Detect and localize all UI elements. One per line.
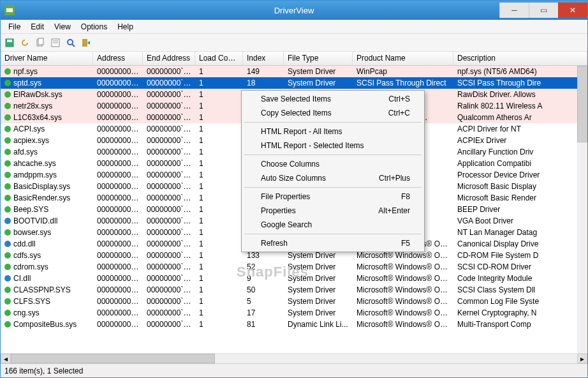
cell-address: 00000000`0... bbox=[93, 78, 143, 88]
cell-load-count: 1 bbox=[195, 216, 243, 226]
cell-description: Microsoft Basic Render bbox=[453, 193, 587, 203]
cell-end-address: 00000000`0... bbox=[143, 193, 195, 203]
cell-description: NT Lan Manager Datag bbox=[453, 227, 587, 238]
menu-separator bbox=[244, 122, 422, 123]
table-row[interactable]: cdrom.sys00000000`0...00000000`0...152Sy… bbox=[1, 261, 587, 273]
context-menu-item[interactable]: Copy Selected ItemsCtrl+C bbox=[243, 106, 423, 120]
table-row[interactable]: CI.dll00000000`0...00000000`0...19System… bbox=[1, 273, 587, 284]
context-menu-item[interactable]: Choose Columns bbox=[243, 157, 423, 171]
cell-file-type: System Driver bbox=[284, 296, 353, 306]
context-menu-item[interactable]: Auto Size ColumnsCtrl+Plus bbox=[243, 171, 423, 185]
col-description[interactable]: Description bbox=[453, 52, 587, 65]
minimize-button[interactable]: ─ bbox=[499, 3, 529, 18]
cell-address: 00000000`0... bbox=[93, 262, 143, 272]
driver-name: afd.sys bbox=[13, 147, 38, 156]
cell-address: 00000000`0... bbox=[93, 239, 143, 249]
table-row[interactable]: CompositeBus.sys00000000`0...00000000`0.… bbox=[1, 319, 587, 330]
menu-item-shortcut: F8 bbox=[401, 192, 410, 201]
cell-end-address: 00000000`0... bbox=[143, 66, 195, 77]
cell-end-address: 00000000`0... bbox=[143, 170, 195, 180]
context-menu: Save Selected ItemsCtrl+SCopy Selected I… bbox=[241, 90, 425, 252]
driver-name: L1C63x64.sys bbox=[13, 113, 62, 122]
table-row[interactable]: cng.sys00000000`0...00000000`0...117Syst… bbox=[1, 307, 587, 319]
menu-edit[interactable]: Edit bbox=[26, 21, 49, 33]
driver-name: cdd.dll bbox=[13, 239, 36, 248]
cell-description: Ancillary Function Driv bbox=[453, 147, 587, 157]
cell-load-count: 1 bbox=[195, 285, 243, 295]
cell-index: 149 bbox=[243, 66, 284, 77]
cell-address: 00000000`0... bbox=[93, 112, 143, 123]
table-row[interactable]: npf.sys00000000`0...00000000`0...1149Sys… bbox=[1, 66, 587, 77]
status-dot-icon bbox=[4, 149, 11, 155]
scroll-right-arrow[interactable]: ▸ bbox=[577, 354, 587, 363]
cell-address: 00000000`0... bbox=[93, 285, 143, 295]
col-address[interactable]: Address bbox=[93, 52, 143, 65]
cell-end-address: 00000000`0... bbox=[143, 158, 195, 169]
horizontal-scrollbar[interactable]: ◂ ▸ bbox=[1, 353, 587, 363]
toolbar bbox=[1, 34, 587, 52]
vertical-scrollbar[interactable] bbox=[577, 66, 587, 353]
menu-help[interactable]: Help bbox=[112, 21, 138, 33]
horizontal-scroll-thumb[interactable] bbox=[11, 354, 215, 363]
properties-icon[interactable] bbox=[49, 36, 62, 49]
col-file-type[interactable]: File Type bbox=[284, 52, 353, 65]
cell-end-address: 00000000`0... bbox=[143, 227, 195, 238]
cell-end-address: 00000000`0... bbox=[143, 135, 195, 146]
driver-name: ahcache.sys bbox=[13, 159, 56, 168]
cell-product: WinPcap bbox=[353, 66, 453, 77]
scroll-track[interactable] bbox=[11, 354, 577, 363]
cell-end-address: 00000000`0... bbox=[143, 262, 195, 272]
table-row[interactable]: CLFS.SYS00000000`0...00000000`0...15Syst… bbox=[1, 296, 587, 307]
cell-address: 00000000`0... bbox=[93, 66, 143, 77]
maximize-button[interactable]: ▭ bbox=[529, 3, 558, 18]
cell-end-address: 00000000`0... bbox=[143, 319, 195, 329]
menu-item-label: HTML Report - Selected Items bbox=[261, 141, 364, 150]
find-icon[interactable] bbox=[64, 36, 77, 49]
cell-description: Common Log File Syste bbox=[453, 296, 587, 306]
refresh-icon[interactable] bbox=[18, 36, 31, 49]
cell-file-type: System Driver bbox=[284, 78, 353, 88]
cell-index: 9 bbox=[243, 273, 284, 284]
close-button[interactable]: ✕ bbox=[558, 3, 587, 18]
cell-end-address: 00000000`0... bbox=[143, 89, 195, 100]
menu-item-label: Auto Size Columns bbox=[261, 174, 326, 183]
col-end-address[interactable]: End Address bbox=[143, 52, 195, 65]
copy-icon[interactable] bbox=[34, 36, 47, 49]
menu-options[interactable]: Options bbox=[76, 21, 112, 33]
driver-name: bowser.sys bbox=[13, 228, 51, 237]
menu-file[interactable]: File bbox=[3, 21, 26, 33]
context-menu-item[interactable]: PropertiesAlt+Enter bbox=[243, 204, 423, 218]
cell-end-address: 00000000`0... bbox=[143, 78, 195, 88]
col-product-name[interactable]: Product Name bbox=[353, 52, 453, 65]
svg-line-10 bbox=[72, 44, 75, 47]
cell-description: ACPI Driver for NT bbox=[453, 124, 587, 134]
status-dot-icon bbox=[4, 183, 11, 190]
driver-name: ElRawDsk.sys bbox=[13, 90, 62, 99]
menu-view[interactable]: View bbox=[49, 21, 76, 33]
col-driver-name[interactable]: Driver Name bbox=[1, 52, 93, 65]
vertical-scroll-thumb[interactable] bbox=[577, 66, 587, 142]
statusbar: 166 item(s), 1 Selected bbox=[1, 363, 587, 377]
cell-description: Kernel Cryptography, N bbox=[453, 308, 587, 318]
cell-index: 18 bbox=[243, 78, 284, 88]
driver-name: cdrom.sys bbox=[13, 262, 48, 271]
cell-end-address: 00000000`0... bbox=[143, 216, 195, 226]
context-menu-item[interactable]: HTML Report - Selected Items bbox=[243, 139, 423, 153]
cell-file-type: System Driver bbox=[284, 262, 353, 272]
cell-end-address: 00000000`0... bbox=[143, 250, 195, 261]
context-menu-item[interactable]: Save Selected ItemsCtrl+S bbox=[243, 92, 423, 106]
context-menu-item[interactable]: File PropertiesF8 bbox=[243, 190, 423, 204]
cell-load-count: 1 bbox=[195, 181, 243, 192]
context-menu-item[interactable]: RefreshF5 bbox=[243, 236, 423, 250]
col-index[interactable]: Index bbox=[243, 52, 284, 65]
exit-icon[interactable] bbox=[80, 36, 92, 49]
scroll-left-arrow[interactable]: ◂ bbox=[1, 354, 11, 363]
cell-file-type: System Driver bbox=[284, 308, 353, 318]
save-icon[interactable] bbox=[3, 36, 16, 49]
status-dot-icon bbox=[4, 229, 11, 236]
context-menu-item[interactable]: Google Search bbox=[243, 218, 423, 232]
table-row[interactable]: sptd.sys00000000`0...00000000`0...118Sys… bbox=[1, 77, 587, 89]
col-load-count[interactable]: Load Count bbox=[195, 52, 243, 65]
table-row[interactable]: CLASSPNP.SYS00000000`0...00000000`0...15… bbox=[1, 284, 587, 296]
context-menu-item[interactable]: HTML Report - All Items bbox=[243, 125, 423, 139]
